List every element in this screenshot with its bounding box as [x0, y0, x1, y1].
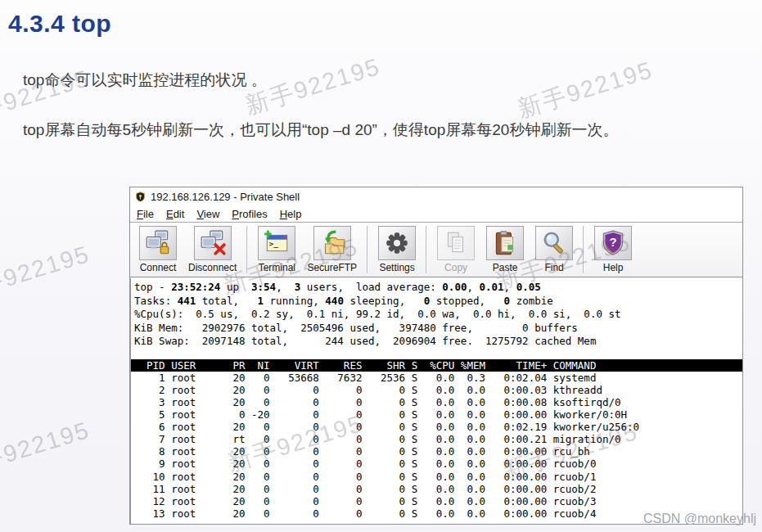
menu-item-profiles[interactable]: Profiles [232, 208, 267, 220]
toolbar-button-secureftp[interactable]: SecureFTP [301, 224, 363, 275]
toolbar-separator [426, 226, 427, 273]
process-row: 10 root 20 0 0 0 0 S 0.0 0.0 0:00.00 rcu… [134, 471, 742, 483]
svg-text:?: ? [610, 236, 617, 249]
svg-text:>_: >_ [269, 239, 279, 248]
terminal-summary-line: KiB Mem: 2902976 total, 2505496 used, 39… [134, 322, 742, 336]
toolbar-button-label: Paste [493, 262, 518, 273]
connect-icon [139, 226, 177, 260]
process-row: 5 root 0 -20 0 0 0 S 0.0 0.0 0:00.00 kwo… [134, 408, 742, 421]
terminal-output[interactable]: top - 23:52:24 up 3:54, 3 users, load av… [130, 278, 742, 524]
toolbar: ConnectDisconnect>_TerminalSecureFTPSett… [130, 223, 742, 277]
menu-item-edit[interactable]: Edit [166, 208, 184, 220]
copy-icon [437, 226, 475, 260]
terminal-summary-line: KiB Swap: 2097148 total, 244 used, 20969… [134, 335, 742, 349]
toolbar-button-settings[interactable]: Settings [372, 224, 422, 275]
watermark-text: 新手922195 [0, 414, 94, 486]
secureftp-icon [313, 226, 351, 260]
settings-icon [378, 226, 416, 260]
help-icon: ? [594, 226, 632, 260]
window-title: 192.168.126.129 - Private Shell [151, 191, 300, 203]
private-shell-window: 192.168.126.129 - Private Shell FileEdit… [129, 187, 743, 525]
terminal-summary-line: Tasks: 441 total, 1 running, 440 sleepin… [134, 295, 742, 309]
toolbar-button-label: Help [603, 262, 624, 273]
csdn-credit: CSDN @monkeyhlj [643, 512, 756, 526]
toolbar-button-label: Connect [140, 262, 177, 273]
terminal-summary-line: %Cpu(s): 0.5 us, 0.2 sy, 0.1 ni, 99.2 id… [134, 308, 742, 322]
paragraph-1: top命令可以实时监控进程的状况 。 [23, 70, 762, 90]
toolbar-separator [583, 226, 584, 273]
find-icon [535, 226, 573, 260]
process-row: 2 root 20 0 0 0 0 S 0.0 0.0 0:00.03 kthr… [134, 384, 742, 396]
toolbar-button-help[interactable]: ?Help [588, 224, 638, 275]
process-table-header: PID USER PR NI VIRT RES SHR S %CPU %MEM … [131, 359, 742, 372]
watermark-text: 新手922195 [514, 54, 657, 126]
toolbar-button-label: Settings [379, 262, 414, 273]
toolbar-separator [367, 226, 368, 273]
window-titlebar[interactable]: 192.168.126.129 - Private Shell [130, 187, 742, 206]
menu-item-file[interactable]: File [137, 208, 154, 220]
process-row: 7 root rt 0 0 0 0 S 0.0 0.0 0:00.21 migr… [134, 433, 742, 445]
process-row: 9 root 20 0 0 0 0 S 0.0 0.0 0:00.00 rcuo… [134, 458, 742, 470]
disconnect-icon [194, 226, 232, 260]
toolbar-button-copy: Copy [431, 224, 480, 275]
process-row: 6 root 20 0 0 0 0 S 0.0 0.0 0:02.19 kwor… [134, 421, 742, 433]
process-row: 12 root 20 0 0 0 0 S 0.0 0.0 0:00.00 rcu… [134, 495, 742, 507]
process-row: 3 root 20 0 0 0 0 S 0.0 0.0 0:00.08 ksof… [134, 396, 742, 408]
toolbar-button-find[interactable]: Find [530, 224, 579, 275]
process-row: 1 root 20 0 53668 7632 2536 S 0.0 0.3 0:… [134, 372, 742, 384]
page-title: 4.3.4 top [8, 10, 762, 38]
toolbar-separator [246, 226, 248, 273]
terminal-blank-line [134, 349, 742, 359]
toolbar-button-label: Disconnect [188, 262, 237, 273]
menu-item-help[interactable]: Help [280, 208, 302, 220]
paragraph-2: top屏幕自动每5秒钟刷新一次，也可以用“top –d 20”，使得top屏幕每… [23, 120, 762, 140]
page: { "page": { "title": "4.3.4 top", "parag… [0, 0, 762, 532]
menu-bar: FileEditViewProfilesHelp [130, 206, 742, 223]
process-row: 8 root 20 0 0 0 0 S 0.0 0.0 0:00.00 rcu_… [134, 445, 742, 458]
toolbar-button-label: Copy [444, 262, 467, 273]
toolbar-button-label: Find [544, 262, 563, 273]
toolbar-button-label: Terminal [259, 262, 295, 273]
toolbar-button-connect[interactable]: Connect [133, 224, 183, 275]
menu-item-view[interactable]: View [196, 208, 219, 220]
paste-icon [486, 226, 524, 260]
terminal-icon: >_ [258, 226, 295, 260]
process-row: 11 root 20 0 0 0 0 S 0.0 0.0 0:00.00 rcu… [134, 483, 742, 495]
toolbar-button-disconnect[interactable]: Disconnect [183, 224, 242, 275]
watermark-text: 新手922195 [0, 238, 94, 310]
shield-icon [135, 192, 146, 202]
terminal-summary-line: top - 23:52:24 up 3:54, 3 users, load av… [134, 281, 742, 295]
toolbar-button-paste[interactable]: Paste [480, 224, 530, 275]
toolbar-button-terminal[interactable]: >_Terminal [252, 224, 301, 275]
toolbar-button-label: SecureFTP [307, 262, 357, 273]
